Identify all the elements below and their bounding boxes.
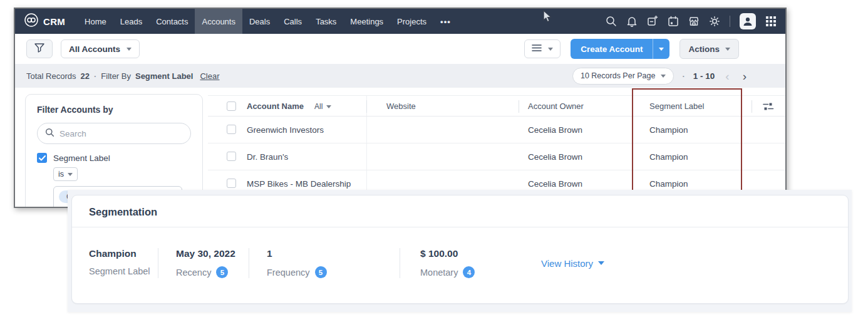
segment-label-filter-name: Segment Label	[53, 153, 110, 163]
segment-label-filter-row: Segment Label	[37, 153, 191, 163]
metric-recency: May 30, 2022 Recency 5	[158, 248, 249, 278]
marketplace-icon[interactable]	[688, 16, 700, 27]
crm-logo[interactable]: CRM	[24, 9, 65, 34]
funnel-icon	[34, 43, 44, 55]
metric-value: 1	[267, 248, 400, 259]
segmentation-metrics: Champion Segment Label May 30, 2022 Rece…	[72, 248, 848, 278]
chevron-down-icon	[127, 48, 132, 51]
calendar-icon[interactable]	[668, 16, 679, 27]
score-badge: 5	[315, 266, 327, 278]
view-selector-dropdown[interactable]: All Accounts	[61, 39, 140, 58]
list-toolbar: All Accounts Create Account	[15, 34, 785, 64]
view-selector-label: All Accounts	[69, 44, 120, 54]
brand-name: CRM	[43, 16, 65, 27]
filter-operator-dropdown[interactable]: is	[53, 167, 78, 181]
score-badge: 4	[463, 266, 475, 278]
nav-item-leads[interactable]: Leads	[113, 9, 149, 34]
nav-item-meetings[interactable]: Meetings	[343, 9, 390, 34]
filter-operator-value: is	[58, 170, 64, 179]
select-all-checkbox[interactable]	[227, 101, 236, 111]
table-body: Greenwich Investors Cecelia Brown Champi…	[208, 117, 785, 197]
filter-sidebar-title: Filter Accounts by	[37, 105, 191, 115]
segment-label-checkbox[interactable]	[37, 153, 47, 163]
chevron-down-icon	[548, 48, 553, 51]
create-account-button[interactable]: Create Account	[571, 39, 653, 59]
account-name-filter-dropdown[interactable]: All	[314, 96, 331, 117]
segmentation-title: Segmentation	[72, 195, 848, 227]
cell-account-name[interactable]: Dr. Braun's	[247, 143, 288, 170]
nav-item-accounts[interactable]: Accounts	[195, 9, 242, 34]
table-header-row: Account Name All Website Account Owner S…	[208, 95, 785, 117]
table-row[interactable]: Dr. Braun's Cecelia Brown Champion	[208, 143, 785, 170]
nav-item-deals[interactable]: Deals	[242, 9, 277, 34]
list-view-icon	[532, 43, 542, 55]
metric-value: May 30, 2022	[176, 248, 249, 259]
metric-value: $ 100.00	[420, 248, 537, 259]
list-view-toggle[interactable]	[524, 39, 561, 58]
nav-item-more[interactable]: •••	[433, 9, 458, 34]
column-divider	[366, 100, 367, 113]
column-divider	[519, 100, 519, 113]
metric-frequency: 1 Frequency 5	[249, 248, 400, 278]
clear-filter-link[interactable]: Clear	[200, 71, 219, 81]
prev-page-button[interactable]: ‹	[723, 70, 731, 82]
filter-by-label: Filter By	[101, 71, 131, 81]
column-header-account-owner[interactable]: Account Owner	[528, 96, 584, 117]
nav-item-tasks[interactable]: Tasks	[309, 9, 343, 34]
metric-segment-label: Champion Segment Label	[72, 248, 158, 278]
view-history-label: View History	[541, 258, 593, 269]
compose-icon[interactable]	[647, 16, 658, 27]
view-history-link[interactable]: View History	[541, 258, 604, 269]
row-checkbox[interactable]	[227, 152, 236, 161]
row-checkbox[interactable]	[227, 179, 236, 188]
chevron-down-icon	[326, 105, 331, 108]
metric-label: Segment Label	[89, 266, 150, 276]
metric-label: Frequency	[267, 268, 310, 278]
nav-item-calls[interactable]: Calls	[277, 9, 309, 34]
user-avatar[interactable]	[740, 13, 756, 29]
cell-segment-label: Champion	[649, 117, 688, 143]
filter-field-name: Segment Label	[135, 71, 193, 81]
nav-item-contacts[interactable]: Contacts	[149, 9, 195, 34]
bell-icon[interactable]	[626, 16, 638, 27]
top-navbar: CRM Home Leads Contacts Accounts Deals C…	[15, 9, 785, 34]
create-account-dropdown[interactable]	[653, 39, 669, 59]
score-badge: 5	[216, 266, 228, 278]
account-name-filter-value: All	[314, 102, 323, 111]
table-row[interactable]: Greenwich Investors Cecelia Brown Champi…	[208, 117, 785, 143]
records-per-page-dropdown[interactable]: 10 Records Per Page	[572, 68, 674, 85]
manage-columns-icon[interactable]	[763, 102, 774, 113]
chevron-down-icon	[661, 75, 666, 78]
toolbar-right-group: Create Account Actions	[524, 39, 739, 59]
nav-utilities	[606, 9, 777, 34]
create-account-split-button: Create Account	[571, 39, 669, 59]
records-summary: Total Records 22 · Filter By Segment Lab…	[26, 71, 220, 81]
nav-menu: Home Leads Contacts Accounts Deals Calls…	[78, 9, 458, 34]
chevron-down-icon	[68, 173, 73, 176]
zoho-crm-logo-icon	[24, 13, 39, 30]
sidebar-search	[37, 123, 191, 144]
records-info-bar: Total Records 22 · Filter By Segment Lab…	[15, 64, 785, 88]
segmentation-card: Segmentation Champion Segment Label May …	[71, 195, 849, 304]
nav-item-projects[interactable]: Projects	[390, 9, 433, 34]
nav-divider	[730, 16, 730, 27]
row-checkbox[interactable]	[227, 125, 236, 134]
chevron-down-icon	[725, 48, 730, 51]
settings-icon[interactable]	[709, 16, 720, 27]
column-header-account-name[interactable]: Account Name	[247, 96, 304, 117]
next-page-button[interactable]: ›	[740, 70, 749, 82]
cell-account-name[interactable]: Greenwich Investors	[247, 117, 324, 143]
segmentation-panel: Segmentation Champion Segment Label May …	[68, 190, 852, 312]
column-header-website[interactable]: Website	[386, 96, 416, 117]
actions-label: Actions	[688, 44, 720, 54]
dot-separator: ·	[94, 71, 96, 81]
column-header-segment-label[interactable]: Segment Label	[649, 96, 704, 117]
search-icon[interactable]	[606, 16, 617, 27]
nav-item-home[interactable]: Home	[78, 9, 113, 34]
filter-button[interactable]	[26, 39, 53, 58]
metric-label: Recency	[176, 268, 211, 278]
apps-grid-icon[interactable]	[765, 16, 777, 27]
chevron-down-icon	[659, 48, 664, 51]
search-input[interactable]	[59, 129, 183, 138]
actions-button[interactable]: Actions	[679, 39, 739, 59]
